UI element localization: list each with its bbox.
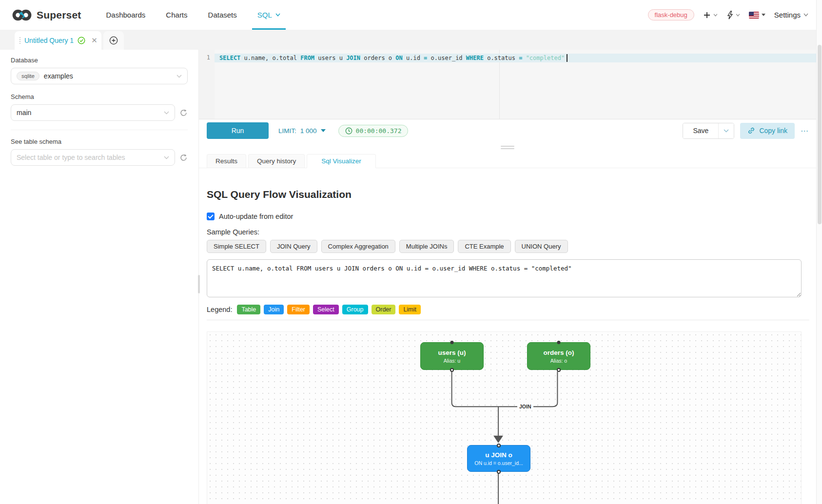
brand-name: Superset	[37, 9, 81, 21]
database-label: Database	[11, 57, 188, 64]
result-tabs: Results Query history Sql Visualizer	[199, 154, 816, 168]
language-dropdown[interactable]	[749, 12, 765, 19]
us-flag-icon	[749, 12, 759, 19]
chevron-down-icon	[713, 14, 718, 17]
sample-queries-label: Sample Queries:	[207, 228, 809, 236]
limit-value: 1 000	[300, 127, 317, 135]
sidebar: Database sqlite examples Schema main	[0, 50, 199, 504]
page-scrollbar[interactable]	[816, 0, 822, 504]
line-number: 1	[207, 54, 210, 61]
query-tab-label: Untitled Query 1	[24, 37, 74, 44]
caret-down-icon	[762, 14, 765, 16]
more-actions-button[interactable]: ⋯	[801, 126, 809, 136]
close-tab-icon[interactable]: ✕	[91, 36, 98, 45]
sample-query-button[interactable]: JOIN Query	[270, 240, 317, 253]
query-tab[interactable]: Untitled Query 1 ✕	[15, 31, 101, 50]
schema-value: main	[17, 109, 159, 116]
sql-lab-page: Superset Dashboards Charts Datasets SQL …	[0, 0, 822, 504]
save-button[interactable]: Save	[683, 123, 718, 138]
nav-right: flask-debug	[648, 9, 822, 20]
sql-token: ON	[395, 55, 402, 61]
database-select[interactable]: sqlite examples	[11, 68, 188, 84]
sql-token: FROM	[300, 55, 314, 61]
sql-editor[interactable]: 1 SELECT u.name, o.total FROM users u JO…	[199, 50, 816, 119]
node-handle-bottom	[450, 368, 454, 372]
sql-code-line: SELECT u.name, o.total FROM users u JOIN…	[215, 54, 816, 62]
superset-logo-icon	[12, 7, 32, 23]
query-timer: 00:00:00.372	[338, 125, 409, 137]
nav-datasets[interactable]: Datasets	[198, 0, 247, 30]
superset-logo[interactable]: Superset	[0, 7, 81, 23]
plus-icon	[703, 11, 711, 19]
new-tab-button[interactable]	[103, 31, 124, 50]
node-handle-bottom	[557, 368, 561, 372]
legend-pill: Filter	[287, 305, 310, 314]
timer-value: 00:00:00.372	[356, 127, 402, 135]
legend-pill: Group	[342, 305, 368, 314]
sql-token: orders o	[360, 55, 395, 61]
query-saved-check-icon	[78, 37, 85, 44]
query-tab-strip: Untitled Query 1 ✕	[0, 30, 822, 50]
sql-token: SELECT	[219, 55, 240, 61]
sidebar-resize-handle[interactable]	[198, 275, 200, 293]
nav-charts[interactable]: Charts	[156, 0, 197, 30]
flow-canvas[interactable]: users (u) Alias: u orders (o) Alias: o J…	[207, 331, 802, 504]
south-pane-area	[199, 142, 816, 154]
flow-node-orders[interactable]: orders (o) Alias: o	[527, 342, 590, 370]
sample-query-button[interactable]: Complex Aggregation	[321, 240, 395, 253]
legend-pill: Join	[264, 305, 284, 314]
sample-queries-row: Simple SELECTJOIN QueryComplex Aggregati…	[207, 240, 809, 253]
save-split-button: Save	[683, 123, 734, 139]
query-textarea[interactable]: SELECT u.name, o.total FROM users u JOIN…	[207, 259, 802, 297]
drag-handle-icon[interactable]	[20, 37, 20, 44]
auto-update-checkbox-row[interactable]: Auto-update from editor	[207, 213, 809, 220]
new-dropdown[interactable]	[703, 11, 718, 19]
database-value: examples	[44, 72, 172, 80]
legend-pill: Order	[372, 305, 396, 314]
auto-update-checkbox[interactable]	[207, 213, 215, 220]
tab-sql-visualizer[interactable]: Sql Visualizer	[307, 154, 376, 168]
workspace: Database sqlite examples Schema main	[0, 50, 816, 504]
run-button[interactable]: Run	[207, 122, 269, 139]
refresh-tables-icon[interactable]	[179, 154, 188, 162]
table-schema-label: See table schema	[11, 138, 188, 145]
sample-query-button[interactable]: CTE Example	[458, 240, 510, 253]
top-nav: Superset Dashboards Charts Datasets SQL …	[0, 0, 822, 30]
legend-pill: Table	[237, 305, 260, 314]
legend-label: Legend:	[207, 306, 232, 313]
node-handle-bottom	[497, 470, 501, 474]
scrollbar-thumb[interactable]	[818, 45, 822, 224]
edge-label-join: JOIN	[517, 403, 533, 410]
sample-query-button[interactable]: Multiple JOINs	[399, 240, 454, 253]
legend-pill: Limit	[399, 305, 420, 314]
chevron-down-icon	[176, 75, 182, 78]
limit-dropdown[interactable]: LIMIT: 1 000	[278, 127, 326, 135]
table-select[interactable]: Select table or type to search tables	[11, 149, 175, 166]
sql-token: users u	[314, 55, 346, 61]
database-engine-badge: sqlite	[17, 72, 39, 80]
query-search-dropdown[interactable]	[726, 11, 740, 19]
save-options-button[interactable]	[718, 123, 734, 138]
chevron-down-icon	[275, 13, 280, 17]
table-select-placeholder: Select table or type to search tables	[17, 154, 159, 161]
nav-dashboards[interactable]: Dashboards	[96, 0, 156, 30]
copy-link-button[interactable]: Copy link	[740, 123, 795, 139]
pane-resize-handle[interactable]	[501, 146, 514, 149]
tab-results[interactable]: Results	[207, 154, 246, 168]
nav-sql[interactable]: SQL	[247, 0, 291, 30]
sql-token: o.status	[484, 55, 519, 61]
sql-token: u.name, o.total	[240, 55, 300, 61]
refresh-schema-icon[interactable]	[179, 109, 188, 117]
chevron-down-icon	[803, 13, 808, 17]
schema-select[interactable]: main	[11, 104, 175, 121]
sample-query-button[interactable]: UNION Query	[515, 240, 568, 253]
flow-node-users[interactable]: users (u) Alias: u	[420, 342, 484, 370]
main-pane: 1 SELECT u.name, o.total FROM users u JO…	[199, 50, 816, 504]
tab-query-history[interactable]: Query history	[248, 154, 305, 168]
settings-menu[interactable]: Settings	[774, 11, 808, 19]
sample-query-button[interactable]: Simple SELECT	[207, 240, 266, 253]
chevron-down-icon	[164, 156, 169, 159]
flow-node-join[interactable]: u JOIN o ON u.id = o.user_id...	[467, 445, 530, 472]
editor-gutter: 1	[199, 50, 215, 119]
node-handle-top	[557, 341, 561, 344]
